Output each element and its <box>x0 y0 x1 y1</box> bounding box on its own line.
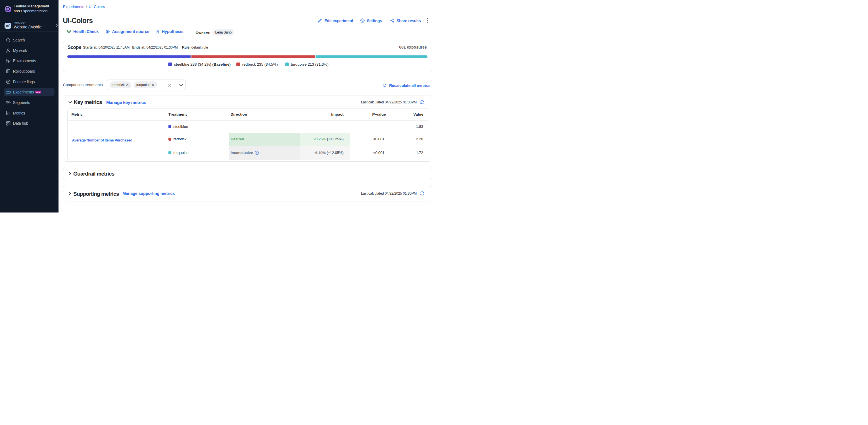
svg-text:?: ? <box>256 151 258 154</box>
